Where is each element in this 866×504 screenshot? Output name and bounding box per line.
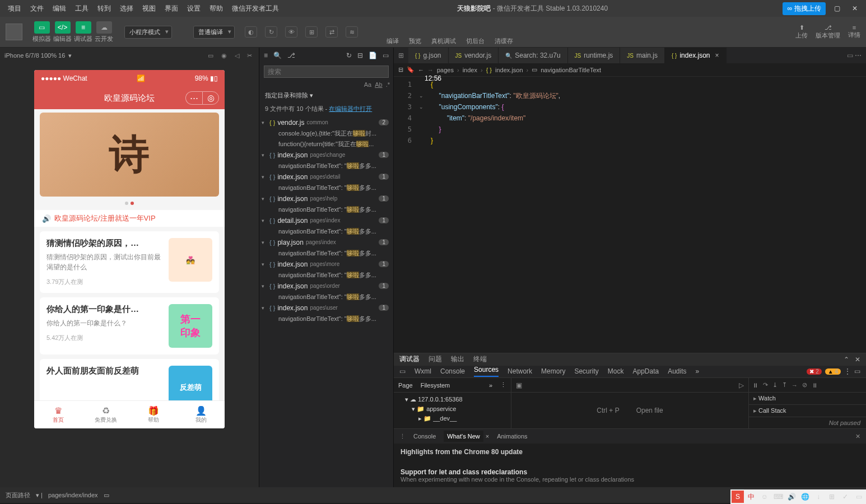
rotate-icon[interactable]: ▭ (206, 52, 216, 59)
detail-button[interactable]: ≡详情 (848, 24, 860, 40)
device-selector[interactable]: iPhone 6/7/8 100% 16 (4, 52, 65, 59)
filesystem-tab[interactable]: Filesystem (421, 382, 450, 389)
page-path[interactable]: pages/index/index (48, 492, 98, 498)
notice-bar[interactable]: 🔊 欧皇源码论坛/注册就送一年VIP (34, 210, 225, 227)
devtools-tab-mock[interactable]: Mock (608, 367, 624, 375)
callstack-section[interactable]: Call Stack (749, 405, 866, 417)
clear-cache-icon[interactable]: ≋ (346, 26, 358, 38)
whatsnew-tab[interactable]: What's New (444, 431, 483, 442)
tabbar-帮助[interactable]: 🎁帮助 (129, 401, 177, 428)
page-tab[interactable]: Page (398, 382, 413, 389)
menu-文件[interactable]: 文件 (27, 2, 47, 16)
remote-debug-icon[interactable]: ⊞ (305, 26, 318, 38)
mode-dropdown[interactable]: 小程序模式 (124, 26, 172, 39)
collapse-icon[interactable]: ⊟ (357, 52, 363, 59)
list-icon[interactable]: ≡ (264, 52, 268, 59)
cloud-dev-toggle[interactable]: ☁云开发 (95, 21, 113, 43)
gutter-icon[interactable]: ⊟ (398, 66, 403, 73)
search-result-file[interactable]: { } index.json pages\help1 (259, 193, 393, 204)
pause-icon[interactable]: ⏸ (752, 382, 758, 389)
refresh-icon[interactable]: ↻ (346, 52, 352, 59)
dbg-tab-终端[interactable]: 终端 (473, 354, 487, 364)
maximize-icon[interactable]: ▢ (830, 4, 844, 12)
editor-tab[interactable]: JS vendor.js (449, 48, 499, 63)
source-tree[interactable]: ▾ ☁ 127.0.0.1:65368 ▾ 📁 appservice ▸ 📁 _… (394, 393, 511, 428)
capsule-menu-icon[interactable]: ⋯ (185, 91, 202, 105)
step-over-icon[interactable]: ↷ (763, 381, 768, 389)
tabbar-免费兑换[interactable]: ♻免费兑换 (82, 401, 129, 428)
menu-项目[interactable]: 项目 (4, 2, 25, 16)
bookmark-icon[interactable]: 🔖 (407, 66, 415, 73)
menu-转到[interactable]: 转到 (94, 2, 114, 16)
menu-工具[interactable]: 工具 (72, 2, 92, 16)
cut-icon[interactable]: ✂ (245, 52, 254, 59)
fold-gutter[interactable]: ⌄⌄ (416, 77, 426, 353)
switch-bg-icon[interactable]: ⇄ (325, 26, 338, 38)
editor-tab[interactable]: JS main.js (620, 48, 665, 63)
open-in-editor-link[interactable]: 在编辑器中打开 (329, 105, 372, 112)
search-result-file[interactable]: { } play.json pages\index1 (259, 237, 393, 248)
watch-section[interactable]: Watch (749, 393, 866, 405)
toggle-icon[interactable]: ▣ (516, 381, 522, 389)
search-filter[interactable]: 指定目录和排除 ▾ (259, 89, 393, 102)
search-match[interactable]: navigationBarTitleText": "哆啦多多... (259, 270, 393, 281)
record-icon[interactable]: ◉ (219, 52, 229, 59)
devtools-tab-wxml[interactable]: Wxml (415, 367, 431, 375)
new-file-icon[interactable]: 📄 (369, 52, 377, 59)
tabbar-我的[interactable]: 👤我的 (177, 401, 225, 428)
more-tabs-icon[interactable]: ▭ ⋯ (842, 52, 866, 59)
search-match[interactable]: console.log(e),{title:"我正在哆啦封... (259, 128, 393, 139)
cloud-upload-button[interactable]: ∞ 拖拽上传 (783, 2, 826, 15)
dbg-tab-问题[interactable]: 问题 (429, 354, 442, 364)
search-result-file[interactable]: { } index.json pages\more1 (259, 259, 393, 270)
preview-icon[interactable]: 👁 (285, 26, 297, 38)
back-icon[interactable]: ← (418, 67, 424, 73)
dbg-tab-调试器[interactable]: 调试器 (399, 354, 420, 364)
search-input[interactable] (264, 66, 389, 78)
search-result-file[interactable]: { } index.json pages\change1 (259, 150, 393, 161)
search-result-file[interactable]: { } vendor.js common2 (259, 117, 393, 128)
devtools-tab-security[interactable]: Security (574, 367, 598, 375)
search-match[interactable]: navigationBarTitleText": "哆啦多多... (259, 204, 393, 215)
expand-icon[interactable]: ▷ (739, 381, 744, 389)
prev-tab-icon[interactable]: ⊞ (394, 52, 408, 59)
devtools-tab-memory[interactable]: Memory (541, 367, 565, 375)
list-item[interactable]: 你给人的第一印象是什…你给人的第一印象是什么？5.42万人在测第一印象 (40, 297, 219, 354)
devtools-tab-network[interactable]: Network (508, 367, 532, 375)
search-match[interactable]: function(){return{title:"我正在哆啦... (259, 139, 393, 150)
upload-button[interactable]: ⬆上传 (795, 24, 808, 40)
editor-tab[interactable]: { } index.json × (665, 48, 727, 63)
warning-badge[interactable]: ▲ 4 (825, 368, 841, 375)
mute-icon[interactable]: ◁ (232, 52, 241, 59)
compile-icon[interactable]: ◐ (245, 26, 257, 38)
menu-微信开发者工具[interactable]: 微信开发者工具 (229, 2, 282, 16)
search-result-file[interactable]: { } index.json pages\order1 (259, 281, 393, 292)
list-item[interactable]: 外人面前朋友面前反差萌反差萌 (40, 359, 219, 400)
devtools-tab-sources[interactable]: Sources (474, 366, 499, 377)
version-button[interactable]: ⎇版本管理 (816, 24, 840, 40)
close-icon[interactable]: ✕ (855, 433, 860, 440)
search-match[interactable]: navigationBarTitleText": "哆啦多多... (259, 183, 393, 193)
editor-toggle[interactable]: </>编辑器 (53, 21, 72, 43)
error-badge[interactable]: ✖ 2 (807, 368, 821, 375)
compile-dropdown[interactable]: 普通编译 (193, 26, 235, 39)
search-match[interactable]: navigationBarTitleText": "哆啦多多... (259, 226, 393, 237)
user-avatar[interactable] (6, 24, 22, 40)
simulator-toggle[interactable]: ▭模拟器 (32, 21, 51, 43)
devtools-tab-console[interactable]: Console (440, 367, 465, 375)
search-icon[interactable]: 🔍 (273, 52, 282, 59)
close-icon[interactable]: ✕ (855, 356, 860, 363)
devtools-tab-appdata[interactable]: AppData (632, 367, 659, 375)
search-result-file[interactable]: { } index.json pages\detail1 (259, 171, 393, 183)
list-item[interactable]: 猜测情侣吵架的原因，…猜测情侣吵架的原因，测试出你目前最渴望的是什么3.79万人… (40, 231, 219, 293)
code-editor[interactable]: { "navigationBarTitleText": "欧皇源码论坛", "u… (426, 77, 866, 353)
dock-icon[interactable]: ▭ (854, 367, 860, 375)
menu-界面[interactable]: 界面 (161, 2, 181, 16)
refresh-icon[interactable]: ↻ (265, 26, 277, 38)
search-match[interactable]: navigationBarTitleText": "哆啦多多... (259, 161, 393, 171)
menu-视图[interactable]: 视图 (139, 2, 159, 16)
search-result-file[interactable]: { } index.json pages\user1 (259, 302, 393, 314)
close-icon[interactable]: ✕ (848, 4, 862, 12)
tabbar-首页[interactable]: ♛首页 (34, 401, 82, 428)
search-match[interactable]: navigationBarTitleText": "哆啦多多... (259, 248, 393, 259)
